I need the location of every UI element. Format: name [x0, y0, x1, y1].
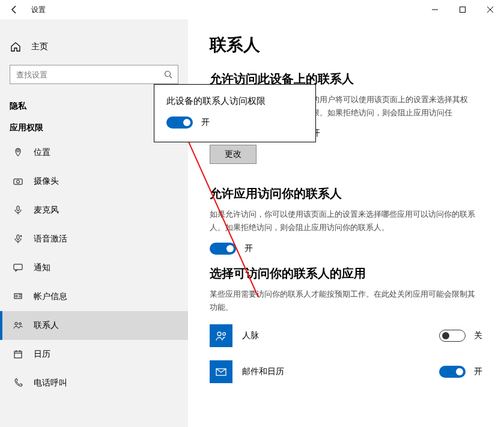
- device-access-toggle[interactable]: [166, 117, 193, 129]
- sec3-title: 选择可访问你的联系人的应用: [210, 265, 482, 282]
- device-access-callout: 此设备的联系人访问权限 开: [154, 84, 316, 142]
- back-button[interactable]: [0, 0, 29, 19]
- nav-microphone[interactable]: 麦克风: [0, 196, 188, 225]
- phone-icon: [12, 378, 24, 388]
- nav-label: 通知: [34, 262, 50, 273]
- home-nav[interactable]: 主页: [0, 34, 188, 60]
- nav-notifications[interactable]: 通知: [0, 253, 188, 282]
- people-toggle[interactable]: [439, 330, 466, 342]
- content: 联系人 允许访问此设备上的联系人 的用户将可以使用该页面上的设置来选择其权限。如…: [188, 19, 504, 427]
- allow-apps-label: 开: [244, 243, 253, 254]
- search-icon[interactable]: [159, 70, 178, 79]
- search-input-wrap[interactable]: [10, 65, 178, 84]
- search-input[interactable]: [10, 70, 159, 79]
- nav-label: 语音激活: [34, 234, 67, 244]
- svg-point-6: [17, 180, 20, 183]
- page-title: 联系人: [210, 34, 482, 56]
- nav-label: 帐户信息: [34, 291, 67, 302]
- allow-apps-toggle[interactable]: [210, 243, 236, 255]
- callout-title: 此设备的联系人访问权限: [166, 95, 303, 107]
- nav-label: 日历: [34, 349, 50, 360]
- camera-icon: [12, 177, 24, 186]
- sec2-title: 允许应用访问你的联系人: [210, 186, 482, 202]
- nav-label: 电话呼叫: [34, 378, 67, 389]
- svg-point-21: [217, 332, 221, 336]
- voice-icon: [12, 234, 24, 244]
- device-access-label: 开: [201, 117, 210, 128]
- svg-point-12: [16, 295, 17, 297]
- sidebar: 主页 隐私 应用权限 位置 摄像头 麦克风: [0, 19, 188, 427]
- nav-label: 麦克风: [34, 205, 59, 216]
- nav-phone[interactable]: 电话呼叫: [0, 369, 188, 398]
- nav-location[interactable]: 位置: [0, 138, 188, 167]
- chat-icon: [12, 263, 24, 273]
- account-icon: [12, 292, 24, 301]
- location-icon: [12, 148, 24, 157]
- nav-label: 联系人: [34, 320, 59, 331]
- mic-icon: [12, 205, 24, 215]
- home-icon: [10, 41, 22, 52]
- nav-voice[interactable]: 语音激活: [0, 225, 188, 253]
- svg-line-3: [170, 76, 172, 79]
- mail-app-icon: [210, 360, 232, 383]
- svg-point-16: [19, 323, 22, 325]
- people-toggle-label: 关: [474, 330, 482, 341]
- svg-point-15: [15, 323, 17, 325]
- people-app-icon: [210, 324, 232, 347]
- app-name: 邮件和日历: [242, 366, 439, 377]
- home-label: 主页: [31, 41, 48, 52]
- nav-calendar[interactable]: 日历: [0, 340, 188, 369]
- window-title: 设置: [31, 5, 46, 15]
- sec3-desc: 某些应用需要访问你的联系人才能按预期工作。在此处关闭应用可能会限制其功能。: [210, 288, 482, 314]
- maximize-button[interactable]: [449, 0, 476, 19]
- svg-point-4: [17, 150, 19, 152]
- svg-point-2: [165, 71, 171, 77]
- svg-rect-1: [460, 7, 466, 13]
- close-button[interactable]: [476, 0, 504, 19]
- nav-contacts[interactable]: 联系人: [0, 311, 188, 340]
- nav-label: 位置: [34, 147, 50, 158]
- svg-point-9: [20, 235, 22, 237]
- app-row-people: 人脉 关: [210, 324, 482, 347]
- mail-toggle[interactable]: [439, 366, 466, 378]
- svg-rect-8: [17, 235, 19, 240]
- svg-rect-5: [14, 179, 22, 184]
- contacts-icon: [12, 321, 24, 330]
- svg-point-22: [223, 332, 226, 335]
- svg-rect-7: [17, 206, 19, 211]
- sec2-desc: 如果允许访问，你可以使用该页面上的设置来选择哪些应用可以访问你的联系人。如果拒绝…: [210, 208, 482, 234]
- mail-toggle-label: 开: [474, 366, 482, 377]
- calendar-icon: [12, 350, 24, 359]
- svg-rect-17: [14, 351, 22, 358]
- minimize-button[interactable]: [421, 0, 449, 19]
- change-button[interactable]: 更改: [210, 145, 257, 164]
- app-name: 人脉: [242, 330, 439, 341]
- nav-account[interactable]: 帐户信息: [0, 282, 188, 311]
- app-row-mail: 邮件和日历 开: [210, 360, 482, 383]
- nav-label: 摄像头: [34, 176, 59, 187]
- svg-rect-10: [14, 264, 22, 270]
- nav-camera[interactable]: 摄像头: [0, 167, 188, 196]
